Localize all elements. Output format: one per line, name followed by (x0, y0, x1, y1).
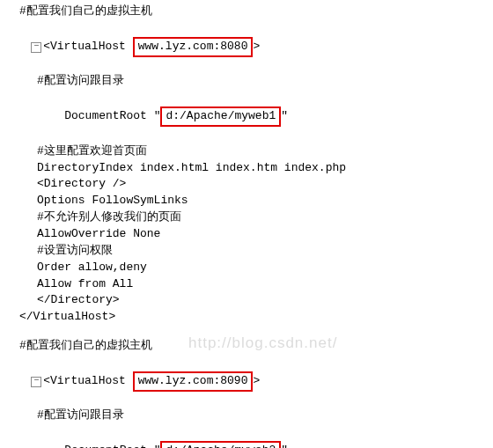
docroot-prefix: DocumentRoot " (64, 109, 160, 122)
vhost-domain-box: www.lyz.com:8090 (133, 371, 254, 392)
allow: Allow from All (4, 276, 489, 293)
allowoverride: AllowOverride None (4, 226, 489, 243)
docroot-line: DocumentRoot "d:/Apache/myweb1" (4, 90, 489, 143)
docroot-suffix: " (281, 109, 288, 122)
comment-perm: #设置访问权限 (4, 243, 489, 260)
vhost-domain-box: www.lyz.com:8080 (133, 37, 254, 57)
directory-open: <Directory /> (4, 176, 489, 193)
vhost-open-line: −<VirtualHost www.lyz.com:8080> (4, 20, 489, 74)
vhost-open-suffix: > (253, 40, 260, 53)
vhost-close: </VirtualHost> (4, 309, 489, 326)
docroot-prefix: DocumentRoot " (64, 444, 160, 448)
comment-root: #配置访问跟目录 (4, 408, 489, 424)
fold-icon[interactable]: − (31, 42, 41, 53)
docroot-path-box: d:/Apache/myweb1 (160, 106, 281, 127)
vhost-open-prefix: <VirtualHost (43, 40, 132, 53)
docroot-line: DocumentRoot "d:/Apache/myweb2" (4, 424, 489, 448)
order: Order allow,deny (4, 260, 489, 276)
docroot-path-box: d:/Apache/myweb2 (160, 441, 281, 448)
comment-noedit: #不允许别人修改我们的页面 (4, 209, 489, 226)
options: Options FollowSymLinks (4, 193, 489, 209)
comment-title: #配置我们自己的虚拟主机 (4, 338, 489, 355)
comment-root: #配置访问跟目录 (4, 73, 489, 90)
fold-icon[interactable]: − (31, 377, 41, 387)
vhost-block-1: #配置我们自己的虚拟主机 −<VirtualHost www.lyz.com:8… (4, 4, 489, 326)
vhost-open-prefix: <VirtualHost (43, 374, 132, 387)
comment-title: #配置我们自己的虚拟主机 (4, 4, 489, 20)
vhost-open-line: −<VirtualHost www.lyz.com:8090> (4, 355, 489, 408)
docroot-suffix: " (281, 444, 288, 448)
directory-close: </Directory> (4, 292, 489, 309)
vhost-block-2: http://blog.csdn.net/ #配置我们自己的虚拟主机 −<Vir… (4, 338, 489, 448)
vhost-open-suffix: > (253, 374, 260, 387)
directory-index: DirectoryIndex index.html index.htm inde… (4, 160, 489, 177)
comment-welcome: #这里配置欢迎首页面 (4, 143, 489, 160)
